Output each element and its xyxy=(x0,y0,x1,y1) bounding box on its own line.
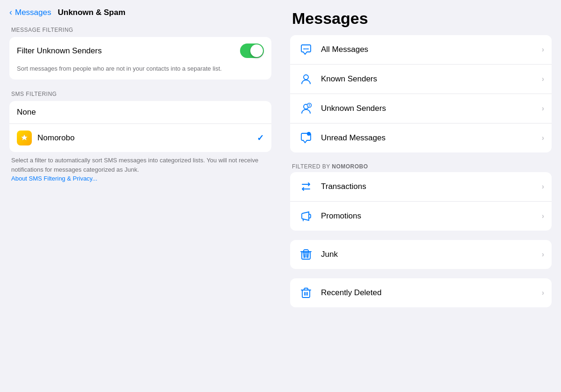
svg-line-13 xyxy=(308,253,309,258)
menu-item-junk[interactable]: Junk › xyxy=(290,240,552,269)
all-messages-icon xyxy=(298,41,314,58)
promotions-icon xyxy=(298,208,314,225)
unread-messages-icon xyxy=(298,130,314,146)
promotions-label: Promotions xyxy=(321,211,542,221)
known-senders-label: Known Senders xyxy=(321,74,542,84)
nomorobo-checkmark: ✓ xyxy=(257,133,264,143)
recently-deleted-icon xyxy=(298,284,314,301)
svg-point-2 xyxy=(307,48,309,50)
message-filtering-label: MESSAGE FILTERING xyxy=(9,27,271,33)
sms-footer-text: Select a filter to automatically sort SM… xyxy=(11,157,258,173)
sms-nomorobo-label: Nomorobo xyxy=(37,133,257,143)
recently-deleted-card: Recently Deleted › xyxy=(290,278,552,307)
left-header: ‹ Messages Unknown & Spam xyxy=(0,0,281,23)
junk-chevron: › xyxy=(542,250,544,259)
all-messages-label: All Messages xyxy=(321,45,542,54)
svg-point-0 xyxy=(304,48,305,50)
svg-line-12 xyxy=(303,253,304,258)
right-content: All Messages › Known Senders › xyxy=(281,35,561,392)
menu-item-all-messages[interactable]: All Messages › xyxy=(290,35,552,65)
unread-messages-label: Unread Messages xyxy=(321,133,542,143)
known-senders-chevron: › xyxy=(542,75,544,83)
svg-point-3 xyxy=(304,75,308,80)
transactions-chevron: › xyxy=(542,182,544,191)
svg-point-7 xyxy=(307,132,311,136)
recently-deleted-chevron: › xyxy=(542,289,544,297)
sms-filtering-label: SMS FILTERING xyxy=(9,91,271,97)
unknown-senders-chevron: › xyxy=(542,104,544,113)
menu-item-recently-deleted[interactable]: Recently Deleted › xyxy=(290,278,552,307)
main-messages-card: All Messages › Known Senders › xyxy=(290,35,552,152)
filtered-brand: NOMOROBO xyxy=(332,163,368,170)
filter-toggle-label: Filter Unknown Senders xyxy=(17,46,102,56)
menu-item-known-senders[interactable]: Known Senders › xyxy=(290,65,552,94)
junk-card: Junk › xyxy=(290,240,552,269)
filter-toggle-row: Filter Unknown Senders xyxy=(9,37,271,65)
unread-messages-chevron: › xyxy=(542,134,544,142)
filtered-card: Transactions › Promotions › xyxy=(290,172,552,231)
filter-toggle-card: Filter Unknown Senders Sort messages fro… xyxy=(9,37,271,80)
right-header: Messages xyxy=(281,0,561,35)
back-arrow-icon: ‹ xyxy=(9,7,12,17)
junk-label: Junk xyxy=(321,250,542,259)
back-button[interactable]: Messages xyxy=(15,8,51,17)
svg-point-1 xyxy=(306,48,307,50)
transactions-label: Transactions xyxy=(321,182,542,191)
recently-deleted-label: Recently Deleted xyxy=(321,288,542,298)
junk-icon xyxy=(298,246,314,263)
menu-item-unknown-senders[interactable]: ? Unknown Senders › xyxy=(290,94,552,123)
filtered-label: FILTERED BY NOMOROBO xyxy=(292,163,368,170)
filtered-header: FILTERED BY NOMOROBO xyxy=(290,162,552,170)
toggle-knob xyxy=(250,44,263,57)
menu-item-promotions[interactable]: Promotions › xyxy=(290,202,552,231)
sms-filtering-section: SMS FILTERING None Nomorobo ✓ xyxy=(9,91,271,183)
filter-unknown-senders-toggle[interactable] xyxy=(240,44,264,58)
unknown-senders-icon: ? xyxy=(298,100,314,117)
known-senders-icon xyxy=(298,71,314,87)
unknown-senders-label: Unknown Senders xyxy=(321,104,542,113)
nomorobo-icon xyxy=(17,131,32,145)
filter-description: Sort messages from people who are not in… xyxy=(9,65,271,80)
svg-text:?: ? xyxy=(308,104,310,107)
filtered-section: FILTERED BY NOMOROBO Transactions › xyxy=(290,162,552,231)
left-page-title: Unknown & Spam xyxy=(58,8,125,17)
left-panel: ‹ Messages Unknown & Spam MESSAGE FILTER… xyxy=(0,0,281,392)
transactions-icon xyxy=(298,178,314,195)
sms-none-label: None xyxy=(17,108,264,117)
menu-item-unread-messages[interactable]: Unread Messages › xyxy=(290,123,552,152)
sms-option-nomorobo[interactable]: Nomorobo ✓ xyxy=(9,124,271,152)
sms-option-none[interactable]: None xyxy=(9,101,271,124)
all-messages-chevron: › xyxy=(542,45,544,54)
promotions-chevron: › xyxy=(542,212,544,220)
right-page-title: Messages xyxy=(292,9,550,28)
sms-privacy-link[interactable]: About SMS Filtering & Privacy... xyxy=(11,175,97,182)
left-content: MESSAGE FILTERING Filter Unknown Senders… xyxy=(0,23,281,392)
nomorobo-icon-container xyxy=(17,131,32,145)
sms-options-card: None Nomorobo ✓ xyxy=(9,101,271,152)
right-panel: Messages All Messages › xyxy=(281,0,561,392)
sms-footer: Select a filter to automatically sort SM… xyxy=(9,156,271,183)
menu-item-transactions[interactable]: Transactions › xyxy=(290,172,552,202)
